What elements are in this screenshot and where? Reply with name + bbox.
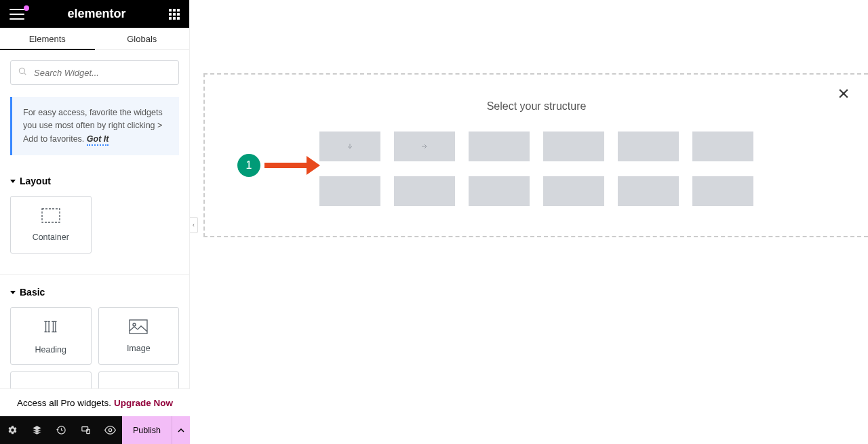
history-button[interactable] [49, 416, 73, 444]
preset-2-1-columns[interactable] [692, 132, 753, 161]
structure-presets [218, 132, 854, 206]
preset-left-split-right-full[interactable] [469, 176, 530, 206]
preset-row-2 [319, 176, 753, 206]
upgrade-text: Access all Pro widgets. [17, 398, 111, 408]
footer-bar: Publish [0, 416, 190, 444]
widget-heading-label: Heading [35, 345, 66, 355]
section-divider [0, 274, 189, 275]
preset-grid-2x3-alt[interactable] [692, 176, 753, 206]
widget-image-label: Image [127, 344, 151, 353]
preview-button[interactable] [98, 416, 122, 444]
tab-elements[interactable]: Elements [0, 28, 95, 49]
navigator-button[interactable] [24, 416, 49, 444]
section-basic-label: Basic [20, 287, 45, 298]
caret-down-icon [10, 180, 16, 183]
section-layout-header[interactable]: Layout [10, 176, 179, 186]
publish-options-button[interactable] [172, 416, 190, 444]
layout-widgets: Container [10, 196, 179, 254]
svg-point-0 [19, 68, 24, 73]
image-icon [129, 319, 148, 337]
upgrade-bar: Access all Pro widgets. Upgrade Now [0, 388, 190, 416]
structure-selector: Select your structure [203, 73, 868, 237]
svg-point-10 [108, 428, 111, 431]
close-button[interactable] [837, 87, 850, 103]
settings-button[interactable] [0, 416, 24, 444]
svg-rect-2 [42, 209, 60, 222]
preset-3-columns[interactable] [543, 132, 604, 161]
widget-image[interactable]: Image [98, 307, 180, 365]
caret-down-icon [10, 291, 16, 294]
search-input[interactable] [10, 60, 179, 85]
menu-button[interactable] [9, 9, 24, 20]
upgrade-link[interactable]: Upgrade Now [114, 398, 173, 408]
preset-top-2-bottom-full[interactable] [618, 176, 679, 206]
search-icon [18, 66, 27, 79]
section-layout-label: Layout [20, 176, 51, 186]
preset-1-2-columns[interactable] [618, 132, 679, 161]
preset-row-1 [319, 132, 753, 161]
preset-top-full-bottom-2[interactable] [543, 176, 604, 206]
collapse-sidebar-button[interactable]: ‹ [190, 217, 198, 233]
search-widget-wrap [10, 60, 179, 85]
widget-heading[interactable]: Heading [10, 307, 92, 365]
preset-2-columns[interactable] [469, 132, 530, 161]
editor-sidebar: elementor Elements Globals For easy acce… [0, 0, 190, 444]
publish-button[interactable]: Publish [122, 416, 172, 444]
notice-gotit[interactable]: Got It [87, 134, 109, 146]
tab-globals[interactable]: Globals [95, 28, 190, 49]
widget-container[interactable]: Container [10, 196, 92, 254]
preset-left-full-right-split[interactable] [394, 176, 455, 206]
svg-rect-3 [130, 320, 147, 334]
preset-grid-2x2[interactable] [319, 176, 380, 206]
panel-body: For easy access, favorite the widgets yo… [0, 50, 189, 444]
structure-title: Select your structure [218, 100, 854, 113]
apps-grid-icon[interactable] [169, 9, 180, 20]
heading-icon [41, 318, 61, 338]
container-icon [41, 208, 60, 226]
favorites-notice: For easy access, favorite the widgets yo… [10, 97, 179, 155]
section-basic-header[interactable]: Basic [10, 287, 179, 298]
preset-single-column-down[interactable] [319, 132, 380, 161]
svg-line-1 [24, 73, 26, 75]
responsive-button[interactable] [73, 416, 98, 444]
svg-point-4 [133, 323, 136, 326]
preset-single-row-right[interactable] [394, 132, 455, 161]
widget-container-label: Container [33, 233, 69, 242]
logo: elementor [67, 7, 125, 21]
sidebar-topbar: elementor [0, 0, 189, 28]
panel-tabs: Elements Globals [0, 28, 189, 50]
notification-dot [24, 5, 29, 11]
footer-icons [0, 416, 122, 444]
